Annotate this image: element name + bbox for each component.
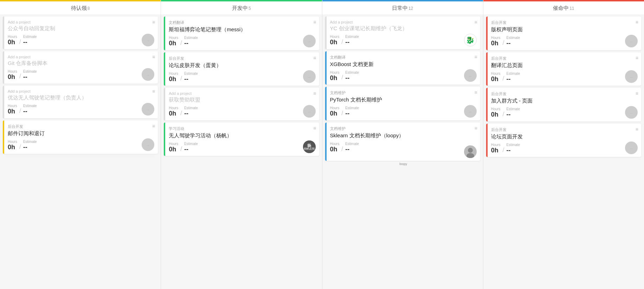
meta-separator: / [19, 107, 21, 115]
card-menu-icon[interactable]: ≡ [313, 55, 316, 61]
card-title: Git 仓库备份脚本 [8, 60, 154, 67]
estimate-value: -- [506, 75, 510, 83]
estimate-block: Estimate -- [184, 72, 198, 83]
card[interactable]: ≡后台开发邮件订阅和退订 Hours 0h / Estimate -- ... [3, 120, 158, 154]
card-meta: Hours 0h / Estimate -- [169, 36, 315, 47]
card-title: 加入群方式 - 页面 [491, 98, 638, 104]
card-project-tag: 文档维护 [330, 126, 477, 131]
card-avatar-empty: ... [303, 35, 316, 47]
card-title: PyTorch 文档长期维护 [330, 97, 477, 103]
card-project-tag: 后台开发 [491, 127, 638, 132]
hours-value: 0h [491, 147, 498, 155]
card[interactable]: ≡后台开发论坛皮肤开发（蛋黄） Hours 0h / Estimate -- .… [164, 52, 319, 86]
hours-block: Hours 0h [8, 140, 17, 151]
card-project-tag: 后台开发 [169, 56, 315, 61]
card-menu-icon[interactable]: ≡ [475, 54, 477, 60]
card-menu-icon[interactable]: ≡ [475, 19, 477, 25]
card-project-tag: Add a project [8, 55, 154, 59]
estimate-block: Estimate -- [506, 36, 520, 47]
card[interactable]: ≡后台开发版权声明页面 Hours 0h / Estimate -- ... [486, 17, 641, 50]
card-menu-icon[interactable]: ≡ [636, 126, 638, 132]
card-meta: Hours 0h / Estimate -- [8, 140, 154, 151]
card[interactable]: ≡文档维护PyTorch 文档长期维护 Hours 0h / Estimate … [325, 87, 480, 120]
card[interactable]: ≡Add a project优达无人驾驶笔记整理（负责人） Hours 0h /… [3, 86, 158, 118]
estimate-label: Estimate [506, 107, 520, 111]
card-menu-icon[interactable]: ≡ [152, 54, 155, 60]
card-menu-icon[interactable]: ≡ [475, 125, 477, 131]
card-menu-icon[interactable]: ≡ [475, 90, 477, 95]
card[interactable]: ≡后台开发论坛页面开发 Hours 0h / Estimate -- ... [486, 124, 641, 157]
card[interactable]: ≡文档翻译斯坦福博弈论笔记整理（messi） Hours 0h / Estima… [164, 17, 319, 50]
meta-separator: / [341, 38, 343, 46]
card-meta: Hours 0h / Estimate -- [330, 35, 477, 46]
card-menu-icon[interactable]: ≡ [152, 19, 155, 25]
hours-value: 0h [169, 40, 176, 47]
hours-label: Hours [8, 104, 17, 108]
card[interactable]: ≡Add a projectYC 创业课笔记长期维护（飞龙） Hours 0h … [325, 17, 480, 49]
card[interactable]: ≡Add a project公众号自动回复定制 Hours 0h / Estim… [3, 17, 158, 49]
estimate-block: Estimate -- [23, 35, 37, 46]
card-title: 邮件订阅和退订 [8, 130, 154, 137]
card[interactable]: ≡文档维护Sklearn 文档长期维护（loopy）loopy Hours 0h… [325, 123, 480, 161]
meta-separator: / [502, 111, 504, 118]
estimate-value: -- [184, 40, 188, 47]
card-menu-icon[interactable]: ≡ [636, 19, 638, 25]
estimate-block: Estimate -- [23, 140, 37, 151]
column-count: 8 [88, 6, 90, 11]
hours-value: 0h [330, 146, 337, 153]
hours-block: Hours 0h [330, 35, 340, 46]
card-avatar-empty: ... [142, 103, 154, 116]
estimate-value: -- [506, 147, 510, 155]
column-col3: 日常中12≡Add a projectYC 创业课笔记长期维护（飞龙） Hour… [322, 0, 483, 289]
card[interactable]: ≡后台开发加入群方式 - 页面 Hours 0h / Estimate -- .… [486, 88, 641, 121]
estimate-block: Estimate -- [184, 106, 198, 118]
hours-value: 0h [491, 75, 498, 83]
estimate-label: Estimate [184, 72, 198, 75]
card-menu-icon[interactable]: ≡ [152, 123, 155, 129]
meta-separator: / [502, 146, 504, 154]
estimate-block: Estimate -- [345, 106, 359, 118]
svg-point-0 [468, 148, 473, 153]
card[interactable]: ≡学习活动无人驾驶学习活动（杨帆） Hours 0h / Estimate --… [164, 123, 319, 156]
card-project-tag: 文档翻译 [169, 20, 315, 25]
card-meta: Hours 0h / Estimate -- [491, 107, 638, 119]
hours-label: Hours [330, 71, 340, 74]
card-project-tag: 后台开发 [491, 20, 638, 25]
card-project-tag: Add a project [8, 20, 154, 24]
column-col4: 催命中11≡后台开发版权声明页面 Hours 0h / Estimate -- … [483, 0, 644, 289]
hours-label: Hours [169, 72, 178, 75]
card-menu-icon[interactable]: ≡ [313, 91, 316, 96]
meta-separator: / [180, 110, 182, 117]
card-project-tag: Add a project [8, 89, 154, 93]
card[interactable]: ≡Add a project获取赞助联盟 Hours 0h / Estimate… [164, 88, 319, 120]
estimate-value: -- [23, 39, 27, 46]
card-menu-icon[interactable]: ≡ [636, 55, 638, 61]
card-menu-icon[interactable]: ≡ [636, 91, 638, 96]
card-menu-icon[interactable]: ≡ [152, 88, 155, 94]
estimate-value: -- [345, 110, 349, 118]
estimate-value: -- [23, 73, 27, 81]
hours-block: Hours 0h [330, 71, 340, 82]
card-menu-icon[interactable]: ≡ [313, 125, 316, 131]
estimate-value: -- [184, 75, 188, 83]
card[interactable]: ≡后台开发翻译汇总页面 Hours 0h / Estimate -- ... [486, 52, 641, 86]
card[interactable]: ≡文档翻译XGBoost 文档更新 Hours 0h / Estimate --… [325, 51, 480, 85]
card-meta: Hours 0h / Estimate -- [330, 142, 477, 153]
card-avatar-empty: ... [464, 69, 477, 82]
hours-value: 0h [8, 108, 15, 116]
estimate-label: Estimate [345, 142, 359, 146]
hours-label: Hours [330, 142, 340, 146]
card-menu-icon[interactable]: ≡ [313, 19, 316, 25]
meta-separator: / [341, 145, 343, 153]
card-meta: Hours 0h / Estimate -- [169, 142, 315, 153]
column-header-col1: 待认领8 [0, 0, 161, 14]
estimate-label: Estimate [23, 140, 37, 144]
kanban-board: 待认领8≡Add a project公众号自动回复定制 Hours 0h / E… [0, 0, 644, 289]
estimate-label: Estimate [184, 36, 198, 40]
column-header-col3: 日常中12 [322, 0, 483, 14]
card[interactable]: ≡Add a projectGit 仓库备份脚本 Hours 0h / Esti… [3, 51, 158, 84]
column-count: 11 [569, 6, 574, 11]
estimate-block: Estimate -- [506, 107, 520, 119]
hours-value: 0h [491, 40, 498, 47]
hours-block: Hours 0h [491, 107, 501, 119]
